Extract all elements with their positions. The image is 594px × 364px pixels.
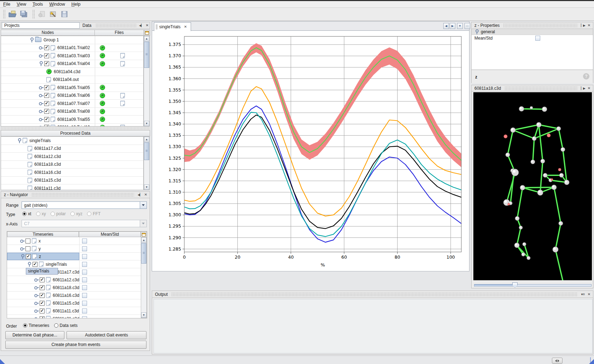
expand-handle-icon[interactable] [39, 45, 44, 50]
radio-xt[interactable]: xt [22, 211, 31, 216]
timeseries-row[interactable]: y [7, 245, 147, 253]
timeseries-row[interactable]: singleTrials [7, 260, 147, 268]
open-project-button[interactable] [8, 10, 17, 19]
close-panel-icon[interactable] [587, 23, 592, 28]
tree-row[interactable]: 60811a01.Trial02 P [1, 44, 143, 52]
tab-list-dropdown-button[interactable]: ▼ [457, 23, 463, 29]
row-checkbox[interactable] [44, 93, 49, 98]
expand-handle-icon[interactable] [20, 254, 25, 259]
row-checkbox[interactable] [44, 53, 49, 58]
tree-row[interactable]: singleTrials [1, 137, 143, 145]
row-checkbox[interactable] [40, 285, 45, 290]
tree-row[interactable]: 60811a03.Trial03 P [1, 52, 143, 60]
radio-fft[interactable]: FFT [87, 211, 100, 216]
expand-handle-icon[interactable] [39, 117, 44, 122]
meanstd-checkbox[interactable] [82, 254, 87, 259]
expand-handle-icon[interactable] [34, 285, 39, 290]
expand-handle-icon[interactable] [34, 301, 39, 306]
timeseries-row[interactable]: 60811a16.c3d [7, 292, 147, 299]
row-checkbox[interactable] [40, 309, 45, 313]
timeseries-row[interactable]: x [7, 237, 147, 245]
projects-tree-scrollbar[interactable]: ▲ ▼ [144, 36, 150, 127]
chart-canvas[interactable]: 1.2851.2901.2951.3001.3051.3101.3151.320… [152, 31, 469, 271]
tree-row[interactable]: 60811a15.c3d [1, 177, 143, 185]
range-combobox[interactable]: gait (strides) [22, 201, 147, 209]
tab-singletrials[interactable]: singleTrials [154, 22, 191, 31]
scroll-tabs-right-button[interactable]: ▶ [450, 23, 455, 29]
row-checkbox[interactable] [40, 301, 45, 306]
tree-row[interactable]: 60811a07.Trial07 P [1, 100, 143, 108]
expand-handle-icon[interactable] [34, 293, 39, 298]
tab-projects[interactable]: Projects [2, 22, 80, 29]
row-checkbox[interactable] [44, 61, 49, 66]
timeseries-table[interactable]: Timeseries Mean/Std x [7, 231, 147, 318]
close-panel-icon[interactable] [145, 23, 150, 28]
wizard-button[interactable] [48, 10, 58, 19]
meanstd-checkbox[interactable] [82, 239, 87, 243]
tab-close-icon[interactable] [183, 25, 188, 29]
save-button[interactable] [60, 10, 69, 19]
radio-polar[interactable]: polar [51, 211, 66, 216]
scroll-tabs-left-button[interactable]: ◀ [443, 23, 449, 29]
meanstd-property-checkbox[interactable] [535, 36, 540, 41]
expand-handle-icon[interactable] [39, 109, 44, 114]
expand-handle-icon[interactable] [39, 53, 44, 58]
timeseries-row[interactable]: 60811a12.c3d [7, 276, 147, 284]
splitter[interactable] [1, 127, 150, 130]
expand-handle-icon[interactable] [29, 37, 34, 42]
row-checkbox[interactable] [40, 316, 45, 319]
meanstd-checkbox[interactable] [82, 301, 87, 306]
row-checkbox[interactable] [40, 293, 45, 298]
tree-row[interactable]: 60811a04.out [1, 76, 143, 84]
column-header-files[interactable]: Files [95, 30, 144, 36]
tree-row[interactable]: 60811a16.c3d [1, 169, 143, 177]
row-checkbox[interactable] [40, 277, 45, 282]
row-checkbox[interactable] [25, 239, 30, 243]
determine-gait-phase-button[interactable]: Determine Gait phase... [5, 331, 64, 339]
autodetect-gait-events-button[interactable]: Autodetect Gait events [67, 331, 146, 339]
expand-handle-icon[interactable] [39, 101, 44, 106]
meanstd-checkbox[interactable] [82, 309, 87, 313]
minimize-panel-icon[interactable] [137, 193, 142, 197]
column-header-nodes[interactable]: Nodes [1, 30, 95, 36]
column-header-meanstd[interactable]: Mean/Std [79, 231, 141, 237]
meanstd-checkbox[interactable] [82, 246, 87, 251]
toolbar-grip[interactable] [32, 10, 35, 19]
properties-group-general[interactable]: general [472, 29, 593, 35]
open-data-button[interactable] [37, 10, 46, 19]
viewer-title-bar[interactable]: 60811a18.c3d [471, 85, 593, 92]
meanstd-checkbox[interactable] [82, 262, 87, 267]
expand-handle-icon[interactable] [474, 29, 479, 34]
radio-order-datasets[interactable]: Data sets [54, 323, 78, 328]
row-checkbox[interactable] [44, 109, 49, 114]
maximize-view-button[interactable]: □ [465, 23, 470, 29]
tab-data[interactable]: Data [80, 23, 94, 28]
close-panel-icon[interactable] [587, 292, 592, 297]
row-checkbox[interactable] [25, 246, 30, 251]
tree-row[interactable]: 60811a10.Trial10 P [1, 124, 143, 127]
minimize-panel-icon[interactable] [139, 23, 144, 28]
expand-handle-icon[interactable] [34, 316, 39, 319]
layout-toggle-button[interactable] [552, 358, 563, 364]
tree-row[interactable]: 60811a17.c3d [1, 145, 143, 153]
minimize-panel-icon[interactable] [581, 86, 586, 90]
combo-arrow-icon[interactable] [140, 202, 146, 209]
toolbar-grip[interactable] [3, 10, 5, 19]
meanstd-checkbox[interactable] [82, 293, 87, 298]
tree-row[interactable]: 60811a12.c3d [1, 153, 143, 161]
tree-row[interactable]: 60811a08.Trial08 P [1, 108, 143, 116]
tree-row[interactable]: Group 1 [1, 36, 143, 44]
expand-handle-icon[interactable] [39, 93, 44, 98]
expand-handle-icon[interactable] [34, 277, 39, 282]
menu-file[interactable]: File [0, 2, 13, 7]
timeseries-row[interactable]: 60811a18.c3d [7, 284, 147, 292]
tree-row[interactable]: P 60811a04.c3d [1, 68, 143, 76]
timeseries-row-selected[interactable]: z [7, 253, 147, 260]
meanstd-checkbox[interactable] [82, 285, 87, 290]
timeseries-table-scrollbar[interactable]: ▲ ▼ [141, 237, 147, 318]
row-checkbox[interactable] [26, 254, 31, 259]
output-text-area[interactable] [154, 299, 593, 353]
radio-order-timeseries[interactable]: Timeseries [23, 323, 49, 328]
row-checkbox[interactable] [44, 117, 49, 122]
expand-handle-icon[interactable] [20, 246, 25, 251]
